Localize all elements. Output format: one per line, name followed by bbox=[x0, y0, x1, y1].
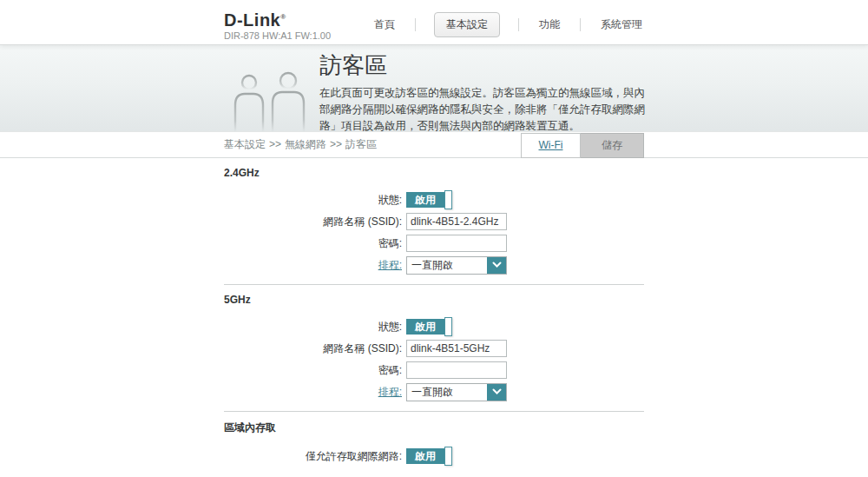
toggle-enabled-text: 啟用 bbox=[406, 448, 444, 464]
section-heading-2-4ghz: 2.4GHz bbox=[224, 167, 644, 179]
toggle-handle bbox=[444, 190, 452, 209]
breadcrumb-wireless[interactable]: 無線網路 bbox=[285, 138, 326, 150]
ssid-label: 網路名稱 (SSID): bbox=[224, 215, 406, 229]
guests-icon bbox=[224, 50, 311, 136]
save-button[interactable]: 儲存 bbox=[581, 133, 644, 158]
internet-only-label: 僅允許存取網際網路: bbox=[224, 449, 406, 464]
ssid-input-2-4ghz[interactable] bbox=[406, 213, 507, 230]
main-content: 2.4GHz 狀態: 啟用 網路名稱 (SSID): 密碼: 排程: bbox=[0, 158, 868, 477]
password-input-5ghz[interactable] bbox=[406, 361, 507, 379]
nav-basic-settings[interactable]: 基本設定 bbox=[434, 12, 500, 37]
breadcrumb-basic-settings[interactable]: 基本設定 bbox=[224, 138, 266, 150]
section-heading-local-access: 區域內存取 bbox=[224, 421, 644, 435]
breadcrumb-guest-zone: 訪客區 bbox=[345, 138, 377, 150]
schedule-select-5ghz[interactable]: 一直開啟 bbox=[406, 383, 507, 401]
schedule-select-2-4ghz[interactable]: 一直開啟 bbox=[406, 256, 507, 275]
status-label: 狀態: bbox=[224, 320, 406, 335]
dlink-logo: D-Link® bbox=[224, 3, 331, 29]
ssid-label: 網路名稱 (SSID): bbox=[224, 341, 406, 356]
page-header: 訪客區 在此頁面可更改訪客區的無線設定。訪客區為獨立的無線區域，與內部網路分隔開… bbox=[0, 45, 868, 132]
main-nav: 首頁 基本設定 功能 系統管理 bbox=[372, 7, 644, 37]
nav-divider bbox=[518, 18, 519, 31]
schedule-selected-value: 一直開啟 bbox=[407, 384, 487, 401]
nav-features[interactable]: 功能 bbox=[537, 13, 562, 36]
nav-home[interactable]: 首頁 bbox=[372, 13, 397, 36]
section-local-access: 區域內存取 僅允許存取網際網路: 啟用 bbox=[224, 412, 644, 475]
section-5ghz: 5GHz 狀態: 啟用 網路名稱 (SSID): 密碼: 排程: bbox=[224, 285, 644, 411]
password-input-2-4ghz[interactable] bbox=[406, 235, 507, 252]
toggle-handle bbox=[444, 317, 452, 336]
ssid-input-5ghz[interactable] bbox=[406, 340, 507, 357]
brand-block: D-Link® DIR-878 HW:A1 FW:1.00 bbox=[224, 3, 331, 41]
toggle-enabled-text: 啟用 bbox=[406, 192, 444, 208]
password-label: 密碼: bbox=[224, 363, 406, 378]
schedule-link[interactable]: 排程: bbox=[224, 385, 406, 400]
password-label: 密碼: bbox=[224, 236, 406, 251]
toggle-handle bbox=[444, 447, 452, 466]
toggle-enabled-text: 啟用 bbox=[406, 319, 444, 335]
page-description: 在此頁面可更改訪客區的無線設定。訪客區為獨立的無線區域，與內部網路分隔開以確保網… bbox=[319, 85, 648, 134]
nav-divider bbox=[580, 18, 581, 31]
schedule-selected-value: 一直開啟 bbox=[407, 257, 487, 274]
page-title: 訪客區 bbox=[319, 50, 648, 81]
status-toggle-2-4ghz[interactable]: 啟用 bbox=[406, 190, 452, 209]
status-label: 狀態: bbox=[224, 193, 406, 208]
breadcrumb-separator: >> bbox=[330, 138, 342, 150]
internet-only-toggle[interactable]: 啟用 bbox=[406, 447, 452, 466]
device-info: DIR-878 HW:A1 FW:1.00 bbox=[224, 30, 331, 41]
action-buttons: Wi-Fi 儲存 bbox=[521, 133, 644, 158]
schedule-link[interactable]: 排程: bbox=[224, 258, 406, 273]
breadcrumb-bar: 基本設定>>無線網路>>訪客區 Wi-Fi 儲存 bbox=[0, 132, 868, 158]
brand-text: D-Link bbox=[224, 10, 280, 30]
nav-divider bbox=[415, 18, 416, 31]
chevron-down-icon bbox=[487, 257, 506, 274]
section-heading-5ghz: 5GHz bbox=[224, 294, 644, 306]
breadcrumb: 基本設定>>無線網路>>訪客區 bbox=[224, 137, 377, 152]
chevron-down-icon bbox=[487, 384, 506, 401]
trademark-mark: ® bbox=[280, 13, 286, 21]
wifi-button[interactable]: Wi-Fi bbox=[521, 133, 581, 158]
breadcrumb-separator: >> bbox=[269, 138, 281, 150]
status-toggle-5ghz[interactable]: 啟用 bbox=[406, 317, 452, 336]
top-bar: D-Link® DIR-878 HW:A1 FW:1.00 首頁 基本設定 功能… bbox=[0, 0, 868, 45]
section-2-4ghz: 2.4GHz 狀態: 啟用 網路名稱 (SSID): 密碼: 排程: bbox=[224, 158, 644, 284]
nav-management[interactable]: 系統管理 bbox=[599, 13, 644, 36]
